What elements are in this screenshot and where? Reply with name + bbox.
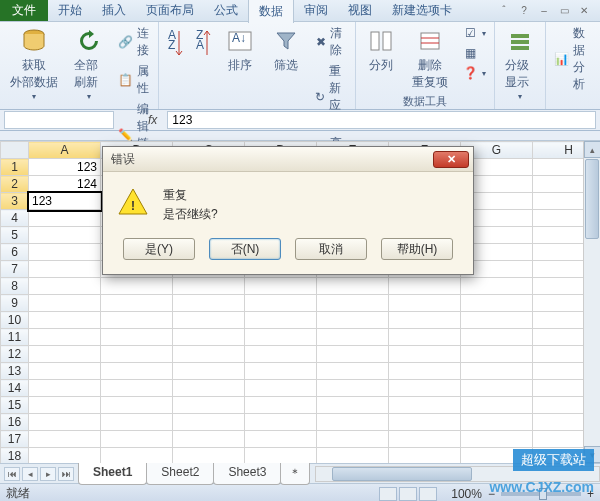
sort-az-button[interactable]: AZ <box>163 24 187 64</box>
dialog-no-button[interactable]: 否(N) <box>209 238 281 260</box>
dialog-titlebar[interactable]: 错误 ✕ <box>103 147 473 172</box>
row-header-4[interactable]: 4 <box>1 210 29 227</box>
cell-E12[interactable] <box>317 346 389 363</box>
cell-F9[interactable] <box>389 295 461 312</box>
cell-F18[interactable] <box>389 448 461 464</box>
subtotal-button[interactable]: 分级显示▾ <box>499 24 541 103</box>
cell-E13[interactable] <box>317 363 389 380</box>
cell-B8[interactable] <box>101 278 173 295</box>
filter-button[interactable]: 筛选 <box>265 24 307 76</box>
formula-input[interactable]: 123 <box>167 111 596 129</box>
remove-duplicates-button[interactable]: 删除 重复项 <box>406 24 454 93</box>
sheet-tab-Sheet1[interactable]: Sheet1 <box>78 463 147 485</box>
cell-D10[interactable] <box>245 312 317 329</box>
cell-G11[interactable] <box>461 329 533 346</box>
row-header-5[interactable]: 5 <box>1 227 29 244</box>
cell-B12[interactable] <box>101 346 173 363</box>
sheet-tab-Sheet3[interactable]: Sheet3 <box>213 463 281 485</box>
window-close-icon[interactable]: ✕ <box>576 4 592 18</box>
cell-F8[interactable] <box>389 278 461 295</box>
properties-button[interactable]: 📋属性 <box>114 62 154 98</box>
cell-F17[interactable] <box>389 431 461 448</box>
cell-E16[interactable] <box>317 414 389 431</box>
cell-C17[interactable] <box>173 431 245 448</box>
cell-D12[interactable] <box>245 346 317 363</box>
cell-G9[interactable] <box>461 295 533 312</box>
cell-A17[interactable] <box>29 431 101 448</box>
cell-E17[interactable] <box>317 431 389 448</box>
cell-D14[interactable] <box>245 380 317 397</box>
cell-C12[interactable] <box>173 346 245 363</box>
row-header-6[interactable]: 6 <box>1 244 29 261</box>
view-normal-button[interactable] <box>379 487 397 501</box>
cell-A4[interactable] <box>29 210 101 227</box>
cell-E18[interactable] <box>317 448 389 464</box>
tab-insert[interactable]: 插入 <box>92 0 136 22</box>
row-header-7[interactable]: 7 <box>1 261 29 278</box>
cell-F13[interactable] <box>389 363 461 380</box>
row-header-17[interactable]: 17 <box>1 431 29 448</box>
consolidate-button[interactable]: ▦ <box>458 44 490 62</box>
refresh-all-button[interactable]: 全部刷新▾ <box>68 24 110 103</box>
row-header-3[interactable]: 3 <box>1 193 29 210</box>
cell-D9[interactable] <box>245 295 317 312</box>
tab-review[interactable]: 审阅 <box>294 0 338 22</box>
cell-B15[interactable] <box>101 397 173 414</box>
cell-B18[interactable] <box>101 448 173 464</box>
sort-za-button[interactable]: ZA <box>191 24 215 64</box>
cell-E8[interactable] <box>317 278 389 295</box>
cell-D11[interactable] <box>245 329 317 346</box>
sheet-nav-last[interactable]: ⏭ <box>58 467 74 481</box>
cell-A10[interactable] <box>29 312 101 329</box>
help-icon[interactable]: ? <box>516 4 532 18</box>
cell-C10[interactable] <box>173 312 245 329</box>
data-validation-button[interactable]: ☑▾ <box>458 24 490 42</box>
cell-A9[interactable] <box>29 295 101 312</box>
cell-C16[interactable] <box>173 414 245 431</box>
cell-D16[interactable] <box>245 414 317 431</box>
row-header-10[interactable]: 10 <box>1 312 29 329</box>
window-restore-icon[interactable]: ▭ <box>556 4 572 18</box>
dialog-close-button[interactable]: ✕ <box>433 151 469 168</box>
cell-A1[interactable]: 123 <box>29 159 101 176</box>
sheet-tab-Sheet2[interactable]: Sheet2 <box>146 463 214 485</box>
hscroll-thumb[interactable] <box>332 467 472 481</box>
cell-G12[interactable] <box>461 346 533 363</box>
row-header-1[interactable]: 1 <box>1 159 29 176</box>
row-header-18[interactable]: 18 <box>1 448 29 464</box>
cell-A12[interactable] <box>29 346 101 363</box>
cell-A18[interactable] <box>29 448 101 464</box>
sort-button[interactable]: A↓ 排序 <box>219 24 261 76</box>
cell-A5[interactable] <box>29 227 101 244</box>
scroll-thumb[interactable] <box>585 159 599 239</box>
cell-E14[interactable] <box>317 380 389 397</box>
get-external-data-button[interactable]: 获取 外部数据▾ <box>4 24 64 103</box>
vertical-scrollbar[interactable]: ▴ ▾ <box>583 141 600 463</box>
cell-F11[interactable] <box>389 329 461 346</box>
cell-C14[interactable] <box>173 380 245 397</box>
cell-F12[interactable] <box>389 346 461 363</box>
row-header-14[interactable]: 14 <box>1 380 29 397</box>
cell-D8[interactable] <box>245 278 317 295</box>
cell-B10[interactable] <box>101 312 173 329</box>
cell-C13[interactable] <box>173 363 245 380</box>
tab-newtab[interactable]: 新建选项卡 <box>382 0 462 22</box>
cell-G16[interactable] <box>461 414 533 431</box>
sheet-nav-first[interactable]: ⏮ <box>4 467 20 481</box>
cell-F15[interactable] <box>389 397 461 414</box>
cell-A13[interactable] <box>29 363 101 380</box>
select-all-corner[interactable] <box>1 142 29 159</box>
tab-file[interactable]: 文件 <box>0 0 48 21</box>
cell-A14[interactable] <box>29 380 101 397</box>
cell-G15[interactable] <box>461 397 533 414</box>
cell-G10[interactable] <box>461 312 533 329</box>
cell-B17[interactable] <box>101 431 173 448</box>
cell-F16[interactable] <box>389 414 461 431</box>
cell-A16[interactable] <box>29 414 101 431</box>
sheet-nav-next[interactable]: ▸ <box>40 467 56 481</box>
new-sheet-button[interactable]: ＊ <box>280 463 310 485</box>
connections-button[interactable]: 🔗连接 <box>114 24 154 60</box>
tab-home[interactable]: 开始 <box>48 0 92 22</box>
cell-A7[interactable] <box>29 261 101 278</box>
view-break-button[interactable] <box>419 487 437 501</box>
